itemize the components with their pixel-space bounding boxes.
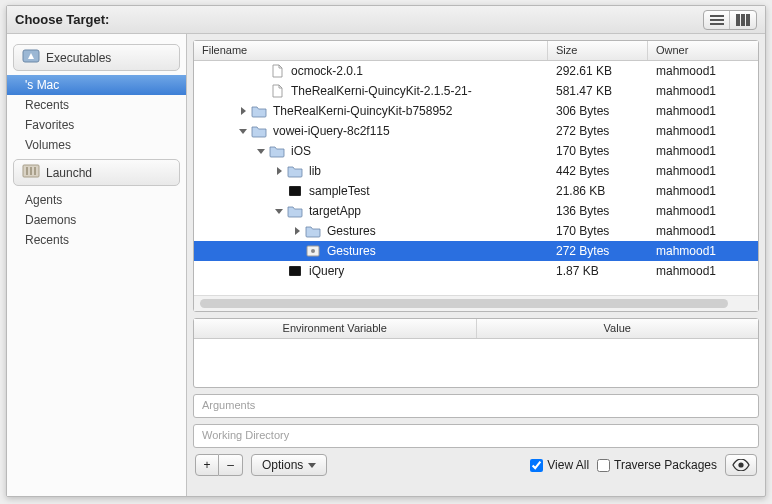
svg-rect-8 [26, 167, 28, 175]
plugin-icon [305, 243, 321, 259]
sidebar-item[interactable]: Daemons [7, 210, 186, 230]
file-cell-size: 272 Bytes [548, 244, 648, 258]
file-row[interactable]: TheRealKerni-QuincyKit-b758952306 Bytesm… [194, 101, 758, 121]
file-row[interactable]: Gestures272 Bytesmahmood1 [194, 241, 758, 261]
file-name-label: vowei-iQuery-8c2f115 [273, 124, 390, 138]
sidebar-group-label: Executables [46, 51, 111, 65]
col-header-owner[interactable]: Owner [648, 41, 758, 60]
exec-icon [287, 183, 303, 199]
environment-variables-table[interactable]: Environment Variable Value [193, 318, 759, 388]
svg-rect-1 [710, 19, 724, 21]
file-row[interactable]: Gestures170 Bytesmahmood1 [194, 221, 758, 241]
file-row[interactable]: sampleTest21.86 KBmahmood1 [194, 181, 758, 201]
list-view-button[interactable] [704, 11, 730, 29]
remove-button[interactable]: – [219, 454, 243, 476]
disclosure-triangle-icon[interactable] [292, 226, 302, 236]
file-cell-filename: TheRealKerni-QuincyKit-b758952 [194, 103, 548, 119]
file-cell-size: 442 Bytes [548, 164, 648, 178]
file-cell-size: 21.86 KB [548, 184, 648, 198]
file-cell-filename: ocmock-2.0.1 [194, 63, 548, 79]
svg-rect-3 [736, 14, 740, 26]
sidebar-item[interactable]: 's Mac [7, 75, 186, 95]
svg-rect-2 [710, 23, 724, 25]
file-list-rows[interactable]: ocmock-2.0.1292.61 KBmahmood1TheRealKern… [194, 61, 758, 295]
file-row[interactable]: vowei-iQuery-8c2f115272 Bytesmahmood1 [194, 121, 758, 141]
working-directory-field[interactable]: Working Directory [193, 424, 759, 448]
add-button[interactable]: + [195, 454, 219, 476]
file-name-label: TheRealKerni-QuincyKit-2.1.5-21- [291, 84, 472, 98]
disclosure-triangle-icon[interactable] [274, 166, 284, 176]
file-cell-filename: lib [194, 163, 548, 179]
col-header-size[interactable]: Size [548, 41, 648, 60]
svg-point-17 [738, 462, 743, 467]
view-all-input[interactable] [530, 459, 543, 472]
env-col-variable[interactable]: Environment Variable [194, 319, 477, 338]
file-cell-size: 170 Bytes [548, 224, 648, 238]
file-name-label: iQuery [309, 264, 344, 278]
traverse-packages-input[interactable] [597, 459, 610, 472]
sidebar-group-label: Launchd [46, 166, 92, 180]
disclosure-triangle-icon[interactable] [274, 206, 284, 216]
sidebar-item[interactable]: Favorites [7, 115, 186, 135]
file-cell-owner: mahmood1 [648, 64, 758, 78]
file-cell-owner: mahmood1 [648, 124, 758, 138]
quick-look-button[interactable] [725, 454, 757, 476]
view-all-checkbox[interactable]: View All [530, 458, 589, 472]
col-header-filename[interactable]: Filename [194, 41, 548, 60]
footer-toolbar: + – Options View All Traverse Packages [187, 448, 765, 482]
sidebar-item[interactable]: Recents [7, 230, 186, 250]
file-cell-size: 136 Bytes [548, 204, 648, 218]
doc-icon [269, 83, 285, 99]
file-cell-size: 1.87 KB [548, 264, 648, 278]
disclosure-spacer [256, 86, 266, 96]
app-icon [22, 49, 40, 66]
file-cell-size: 170 Bytes [548, 144, 648, 158]
file-cell-size: 292.61 KB [548, 64, 648, 78]
file-row[interactable]: iQuery1.87 KBmahmood1 [194, 261, 758, 281]
file-row[interactable]: ocmock-2.0.1292.61 KBmahmood1 [194, 61, 758, 81]
arguments-field[interactable]: Arguments [193, 394, 759, 418]
file-row[interactable]: iOS170 Bytesmahmood1 [194, 141, 758, 161]
column-view-button[interactable] [730, 11, 756, 29]
file-name-label: lib [309, 164, 321, 178]
file-name-label: Gestures [327, 244, 376, 258]
file-cell-owner: mahmood1 [648, 204, 758, 218]
file-name-label: targetApp [309, 204, 361, 218]
exec-icon [287, 263, 303, 279]
file-cell-size: 306 Bytes [548, 104, 648, 118]
file-list: Filename Size Owner ocmock-2.0.1292.61 K… [193, 40, 759, 312]
file-cell-filename: sampleTest [194, 183, 548, 199]
disclosure-triangle-icon[interactable] [256, 146, 266, 156]
disclosure-triangle-icon[interactable] [238, 126, 248, 136]
file-name-label: sampleTest [309, 184, 370, 198]
file-row[interactable]: targetApp136 Bytesmahmood1 [194, 201, 758, 221]
disclosure-spacer [292, 246, 302, 256]
env-col-value[interactable]: Value [477, 319, 759, 338]
file-list-hscroll[interactable] [194, 295, 758, 311]
file-cell-filename: vowei-iQuery-8c2f115 [194, 123, 548, 139]
file-row[interactable]: lib442 Bytesmahmood1 [194, 161, 758, 181]
disclosure-triangle-icon[interactable] [238, 106, 248, 116]
scroll-thumb[interactable] [200, 299, 728, 308]
sidebar-group-header-executables[interactable]: Executables [13, 44, 180, 71]
file-cell-owner: mahmood1 [648, 164, 758, 178]
traverse-packages-checkbox[interactable]: Traverse Packages [597, 458, 717, 472]
svg-rect-0 [710, 15, 724, 17]
sidebar-item[interactable]: Recents [7, 95, 186, 115]
sidebar-group-header-launchd[interactable]: Launchd [13, 159, 180, 186]
file-row[interactable]: TheRealKerni-QuincyKit-2.1.5-21-581.47 K… [194, 81, 758, 101]
svg-rect-9 [30, 167, 32, 175]
traverse-packages-label: Traverse Packages [614, 458, 717, 472]
options-menu[interactable]: Options [251, 454, 327, 476]
sidebar-item[interactable]: Agents [7, 190, 186, 210]
view-toggle [703, 10, 757, 30]
window-body: Executables's MacRecentsFavoritesVolumes… [7, 34, 765, 496]
sidebar-item[interactable]: Volumes [7, 135, 186, 155]
file-cell-filename: targetApp [194, 203, 548, 219]
file-name-label: TheRealKerni-QuincyKit-b758952 [273, 104, 452, 118]
svg-point-14 [311, 249, 315, 253]
disclosure-spacer [256, 66, 266, 76]
main-area: Filename Size Owner ocmock-2.0.1292.61 K… [187, 34, 765, 496]
window-title: Choose Target: [15, 12, 109, 27]
file-cell-owner: mahmood1 [648, 244, 758, 258]
